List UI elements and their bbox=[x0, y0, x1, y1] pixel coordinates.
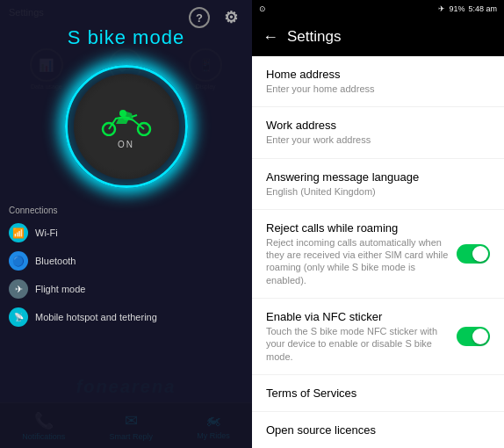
battery-level: 91% bbox=[449, 4, 464, 13]
answering-language-subtitle: English (United Kingdom) bbox=[266, 185, 483, 198]
work-address-content: Work address Enter your work address bbox=[266, 119, 490, 146]
nfc-content: Enable via NFC sticker Touch the S bike … bbox=[266, 310, 457, 363]
airplane-mode-icon: ✈ bbox=[438, 4, 445, 13]
home-address-subtitle: Enter your home address bbox=[266, 83, 483, 95]
reject-roaming-content: Reject calls while roaming Reject incomi… bbox=[266, 221, 457, 286]
open-source-content: Open source licences bbox=[266, 423, 490, 437]
status-circle-icon: ⊙ bbox=[259, 4, 266, 13]
right-panel: ⊙ ✈ 91% 5:48 am ← Settings Home address … bbox=[252, 0, 504, 448]
hotspot-icon: 📡 bbox=[9, 307, 28, 327]
settings-header: ← Settings bbox=[252, 18, 504, 56]
settings-item-open-source[interactable]: Open source licences bbox=[252, 412, 504, 448]
nfc-title: Enable via NFC sticker bbox=[266, 310, 450, 323]
connections-section: Connections 📶 Wi-Fi 🔵 Bluetooth ✈ Flight… bbox=[0, 202, 252, 331]
wifi-label: Wi-Fi bbox=[35, 228, 58, 238]
flight-icon: ✈ bbox=[9, 279, 28, 299]
toggle-knob bbox=[472, 246, 488, 262]
on-label: ON bbox=[118, 140, 134, 149]
conn-wifi: 📶 Wi-Fi bbox=[0, 219, 252, 247]
motorcycle-icon bbox=[100, 105, 153, 136]
terms-content: Terms of Services bbox=[266, 387, 490, 400]
wifi-icon: 📶 bbox=[9, 223, 28, 242]
work-address-title: Work address bbox=[266, 119, 483, 132]
help-icon[interactable]: ? bbox=[189, 7, 210, 28]
conn-hotspot: 📡 Mobile hotspot and tethering bbox=[0, 303, 252, 331]
settings-icon[interactable]: ⚙ bbox=[220, 7, 241, 28]
conn-bluetooth: 🔵 Bluetooth bbox=[0, 247, 252, 275]
bluetooth-label: Bluetooth bbox=[35, 256, 76, 266]
settings-list: Home address Enter your home address Wor… bbox=[252, 56, 504, 448]
reject-roaming-title: Reject calls while roaming bbox=[266, 221, 450, 235]
answering-language-title: Answering message language bbox=[266, 170, 483, 184]
status-left: ⊙ bbox=[259, 4, 266, 13]
answering-language-content: Answering message language English (Unit… bbox=[266, 170, 490, 198]
settings-item-terms[interactable]: Terms of Services bbox=[252, 375, 504, 412]
status-right: ✈ 91% 5:48 am bbox=[438, 4, 497, 13]
settings-item-reject-roaming[interactable]: Reject calls while roaming Reject incomi… bbox=[252, 210, 504, 299]
terms-title: Terms of Services bbox=[266, 387, 483, 400]
bike-circle[interactable]: ON bbox=[65, 65, 188, 188]
bluetooth-icon: 🔵 bbox=[9, 251, 28, 271]
connections-header: Connections bbox=[0, 202, 252, 219]
settings-page-title: Settings bbox=[287, 28, 341, 46]
flight-label: Flight mode bbox=[35, 284, 85, 294]
svg-point-2 bbox=[119, 110, 126, 117]
work-address-subtitle: Enter your work address bbox=[266, 134, 483, 146]
home-address-title: Home address bbox=[266, 68, 483, 81]
settings-item-work-address[interactable]: Work address Enter your work address bbox=[252, 107, 504, 158]
settings-item-answering-language[interactable]: Answering message language English (Unit… bbox=[252, 159, 504, 210]
bike-inner-circle: ON bbox=[74, 74, 179, 179]
nfc-toggle-knob bbox=[472, 329, 488, 344]
left-top-bar: ? ⚙ bbox=[178, 0, 252, 35]
open-source-title: Open source licences bbox=[266, 423, 483, 437]
conn-flight: ✈ Flight mode bbox=[0, 275, 252, 303]
home-address-content: Home address Enter your home address bbox=[266, 68, 490, 95]
back-button[interactable]: ← bbox=[263, 28, 278, 47]
status-bar: ⊙ ✈ 91% 5:48 am bbox=[252, 0, 504, 18]
settings-item-home-address[interactable]: Home address Enter your home address bbox=[252, 56, 504, 107]
nfc-subtitle: Touch the S bike mode NFC sticker with y… bbox=[266, 325, 450, 363]
reject-roaming-subtitle: Reject incoming calls automatically when… bbox=[266, 236, 450, 286]
reject-roaming-toggle[interactable] bbox=[457, 244, 490, 264]
hotspot-label: Mobile hotspot and tethering bbox=[35, 312, 157, 322]
s-bike-overlay: S bike mode ON bbox=[0, 0, 252, 448]
status-time: 5:48 am bbox=[468, 4, 497, 13]
s-bike-title: S bike mode bbox=[68, 26, 184, 49]
left-panel: ? ⚙ Settings 📊 Data usage 🔊 Sounds and n… bbox=[0, 0, 252, 448]
settings-item-nfc[interactable]: Enable via NFC sticker Touch the S bike … bbox=[252, 299, 504, 375]
nfc-toggle[interactable] bbox=[457, 327, 490, 346]
